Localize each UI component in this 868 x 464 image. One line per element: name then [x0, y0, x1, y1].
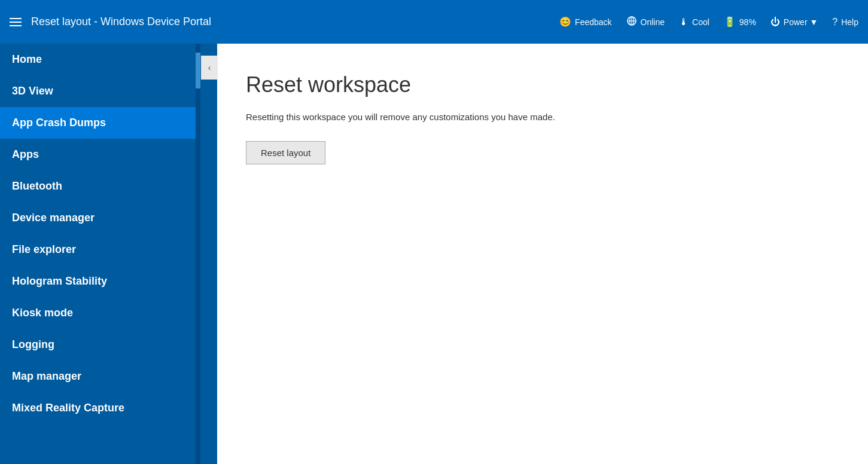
sidebar-item-hologram-stability[interactable]: Hologram Stability	[0, 265, 196, 297]
sidebar-item-mixed-reality-capture[interactable]: Mixed Reality Capture	[0, 392, 196, 424]
sidebar-item-kiosk-mode[interactable]: Kiosk mode	[0, 297, 196, 329]
power-action[interactable]: ⏻ Power ▼	[770, 17, 818, 28]
sidebar-item-logging[interactable]: Logging	[0, 329, 196, 361]
online-icon	[626, 16, 637, 29]
online-action[interactable]: Online	[626, 16, 665, 29]
sidebar-item-bluetooth[interactable]: Bluetooth	[0, 170, 196, 202]
page-title-header: Reset layout - Windows Device Portal	[31, 16, 559, 28]
feedback-action[interactable]: 😊 Feedback	[559, 16, 611, 28]
hamburger-menu[interactable]	[10, 18, 22, 26]
workspace-description: Resetting this workspace you will remove…	[246, 112, 839, 122]
cool-label: Cool	[692, 17, 709, 27]
temperature-icon: 🌡	[679, 17, 689, 28]
header: Reset layout - Windows Device Portal 😊 F…	[0, 0, 868, 44]
reset-layout-button[interactable]: Reset layout	[246, 141, 325, 164]
sidebar-item-app-crash-dumps[interactable]: App Crash Dumps	[0, 107, 196, 139]
header-actions: 😊 Feedback Online 🌡 Cool 🔋 98%	[559, 16, 858, 29]
help-action[interactable]: ? Help	[832, 17, 858, 28]
battery-label: 98%	[739, 17, 756, 27]
sidebar-item-apps[interactable]: Apps	[0, 139, 196, 170]
help-icon: ?	[832, 17, 837, 28]
sidebar-item-file-explorer[interactable]: File explorer	[0, 234, 196, 265]
sidebar-item-home[interactable]: Home	[0, 44, 196, 75]
scrollbar-thumb[interactable]	[196, 53, 200, 88]
main-content: Reset workspace Resetting this workspace…	[217, 44, 868, 464]
main-layout: ‹ Home3D ViewApp Crash DumpsAppsBluetoot…	[0, 44, 868, 464]
online-label: Online	[641, 17, 665, 27]
workspace-title: Reset workspace	[246, 72, 839, 97]
battery-icon: 🔋	[724, 16, 736, 28]
sidebar-item-3d-view[interactable]: 3D View	[0, 75, 196, 107]
sidebar-nav: Home3D ViewApp Crash DumpsAppsBluetoothD…	[0, 44, 217, 424]
sidebar-collapse-button[interactable]: ‹	[201, 56, 218, 80]
battery-action[interactable]: 🔋 98%	[724, 16, 756, 28]
feedback-icon: 😊	[559, 16, 571, 28]
power-label: Power ▼	[784, 17, 818, 27]
sidebar-item-map-manager[interactable]: Map manager	[0, 361, 196, 392]
feedback-label: Feedback	[575, 17, 611, 27]
sidebar: ‹ Home3D ViewApp Crash DumpsAppsBluetoot…	[0, 44, 217, 464]
power-icon: ⏻	[770, 17, 780, 28]
cool-action[interactable]: 🌡 Cool	[679, 17, 709, 28]
sidebar-item-device-manager[interactable]: Device manager	[0, 202, 196, 234]
help-label: Help	[841, 17, 858, 27]
scrollbar-track[interactable]	[196, 44, 200, 464]
